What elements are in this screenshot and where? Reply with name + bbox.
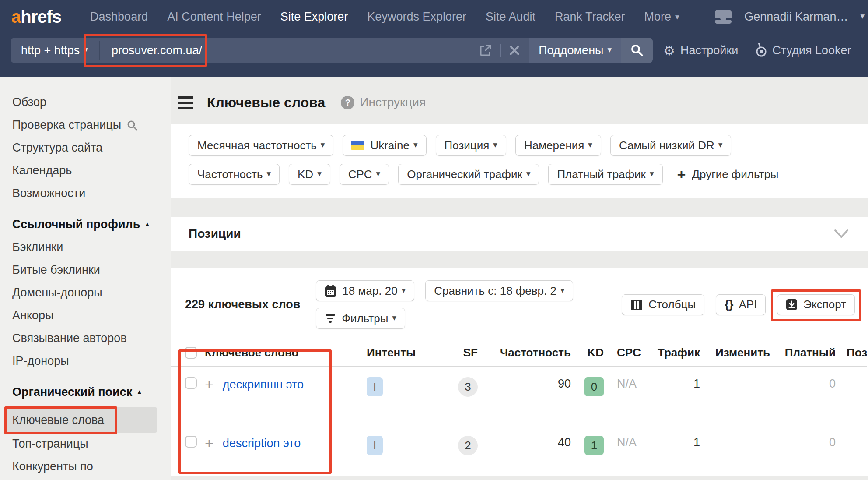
col-change[interactable]: Изменить: [700, 346, 770, 360]
select-all-checkbox[interactable]: [185, 347, 197, 359]
filter-volume[interactable]: Частотность▾: [189, 164, 280, 185]
question-icon: ?: [341, 96, 354, 109]
sidebar-item-author-linking[interactable]: Связывание авторов: [12, 331, 171, 346]
nav-site-explorer[interactable]: Site Explorer: [280, 10, 348, 24]
filter-position[interactable]: Позиция▾: [436, 135, 506, 156]
filters-button[interactable]: Фильтры▾: [316, 308, 405, 329]
col-keyword[interactable]: Ключевое слово: [197, 346, 330, 360]
api-button[interactable]: {}API: [716, 294, 766, 315]
workspace-tray-icon[interactable]: [714, 9, 732, 24]
col-volume[interactable]: Частотность: [481, 346, 571, 360]
sidebar-item-calendar[interactable]: Календарь: [12, 163, 171, 178]
chevron-down-icon: ▾: [317, 169, 322, 179]
traffic-value: 1: [645, 436, 700, 449]
protocol-dropdown[interactable]: http + https▾: [10, 38, 99, 63]
volume-value: 40: [481, 436, 571, 449]
positions-panel-title: Позиции: [189, 227, 241, 241]
filter-monthly-volume[interactable]: Месячная частотность▾: [189, 135, 333, 156]
help-link[interactable]: ? Инструкция: [341, 95, 426, 109]
page-title: Ключевые слова: [207, 95, 325, 111]
compare-date-button[interactable]: Сравнить с: 18 февр. 2▾: [425, 280, 573, 301]
looker-studio-button[interactable]: Студия Looker: [756, 43, 851, 58]
chevron-down-icon: ▾: [84, 45, 88, 55]
cpc-value: N/A: [604, 377, 645, 391]
export-button[interactable]: Экспорт: [777, 294, 855, 315]
filter-organic-traffic[interactable]: Органический трафик▾: [398, 164, 539, 185]
sidebar-item-top-pages[interactable]: Топ-страницы: [12, 436, 171, 452]
filter-paid-traffic[interactable]: Платный трафик▾: [548, 164, 662, 185]
keyword-link[interactable]: description это: [223, 437, 301, 450]
paid-value: 0: [770, 436, 836, 449]
open-external-icon[interactable]: [479, 44, 492, 57]
chevron-down-icon: ▾: [402, 285, 406, 295]
table-header-row: Ключевое слово Интенты SF Частотность KD…: [171, 339, 867, 367]
chevron-down-icon: ▾: [321, 140, 325, 150]
search-icon: [126, 120, 138, 131]
sidebar-item-competitors[interactable]: Конкуренты по: [12, 459, 171, 474]
col-traffic[interactable]: Трафик: [645, 346, 700, 360]
table-toolbar: 229 ключевых слов 18 мар. 20▾ Сравнить с…: [171, 268, 868, 339]
page: ahrefs Dashboard AI Content Helper Site …: [0, 0, 868, 480]
user-chevron-down-icon[interactable]: ▾: [860, 11, 864, 21]
mode-dropdown[interactable]: Поддомены▾: [529, 38, 621, 63]
nav-keywords-explorer[interactable]: Keywords Explorer: [367, 10, 466, 24]
col-position[interactable]: Поз: [836, 346, 864, 360]
sidebar-item-referring-domains[interactable]: Домены-доноры: [12, 285, 171, 300]
col-sf[interactable]: SF: [432, 346, 481, 360]
sidebar-section-backlink-profile[interactable]: Ссылочный профиль▲: [12, 217, 171, 232]
sidebar-item-backlinks[interactable]: Бэклинки: [12, 240, 171, 255]
user-name[interactable]: Gennadii Karman…: [744, 10, 848, 24]
filter-cpc[interactable]: CPC▾: [340, 164, 389, 185]
col-intents[interactable]: Интенты: [330, 346, 432, 360]
expand-plus-icon[interactable]: +: [205, 377, 214, 392]
sidebar-item-overview[interactable]: Обзор: [12, 95, 171, 110]
search-icon: [630, 44, 644, 57]
ahrefs-logo[interactable]: ahrefs: [11, 7, 61, 27]
divider: [500, 44, 501, 57]
keyword-link[interactable]: дескрипшн это: [223, 378, 304, 392]
nav-ai-content-helper[interactable]: AI Content Helper: [167, 10, 261, 24]
sidebar-item-anchors[interactable]: Анкоры: [12, 308, 171, 323]
filter-country[interactable]: Ukraine▾: [343, 135, 426, 156]
columns-icon: [630, 299, 643, 311]
nav-dashboard[interactable]: Dashboard: [90, 10, 148, 24]
sidebar-section-organic-search[interactable]: Органический поиск▲: [12, 385, 171, 400]
col-paid[interactable]: Платный: [770, 346, 836, 360]
row-checkbox[interactable]: [185, 436, 197, 448]
filter-lowest-dr[interactable]: Самый низкий DR▾: [610, 135, 731, 156]
col-kd[interactable]: KD: [571, 346, 604, 360]
expand-plus-icon[interactable]: +: [205, 436, 214, 451]
col-cpc[interactable]: CPC: [604, 346, 645, 360]
volume-value: 90: [481, 377, 571, 391]
search-button[interactable]: [621, 38, 653, 63]
chevron-down-icon: ▾: [392, 313, 396, 323]
filters-panel: Месячная частотность▾ Ukraine▾ Позиция▾ …: [171, 124, 868, 198]
filter-intents[interactable]: Намерения▾: [515, 135, 601, 156]
chevron-down-icon: ▾: [718, 140, 723, 150]
menu-icon[interactable]: [178, 96, 193, 109]
serp-features-badge: 3: [458, 377, 478, 397]
sidebar-item-opportunities[interactable]: Возможности: [12, 186, 171, 201]
download-icon: [786, 299, 798, 311]
clear-icon[interactable]: [509, 45, 520, 56]
sidebar-item-ip-donors[interactable]: IP-доноры: [12, 353, 171, 369]
filter-icon: [325, 313, 336, 324]
chevron-down-icon[interactable]: [834, 229, 849, 239]
nav-site-audit[interactable]: Site Audit: [486, 10, 536, 24]
filter-kd[interactable]: KD▾: [289, 164, 330, 185]
columns-button[interactable]: Столбцы: [622, 294, 704, 315]
sidebar-item-page-inspect[interactable]: Проверка страницы: [12, 117, 171, 133]
sidebar-item-organic-keywords[interactable]: Ключевые слова: [5, 407, 158, 433]
gear-icon: ⚙: [663, 43, 675, 58]
nav-rank-tracker[interactable]: Rank Tracker: [555, 10, 625, 24]
settings-button[interactable]: ⚙Настройки: [663, 43, 738, 58]
date-picker-button[interactable]: 18 мар. 20▾: [316, 280, 414, 301]
positions-panel[interactable]: Позиции: [171, 217, 868, 251]
sidebar-item-site-structure[interactable]: Структура сайта: [12, 140, 171, 155]
domain-input[interactable]: prosuver.com.ua/: [100, 38, 210, 63]
row-checkbox[interactable]: [185, 377, 197, 389]
sidebar-item-broken-backlinks[interactable]: Битые бэклинки: [12, 262, 171, 278]
logo-rest: hrefs: [21, 7, 61, 26]
more-filters-button[interactable]: +Другие фильтры: [677, 167, 779, 182]
nav-more[interactable]: More▾: [644, 10, 679, 24]
